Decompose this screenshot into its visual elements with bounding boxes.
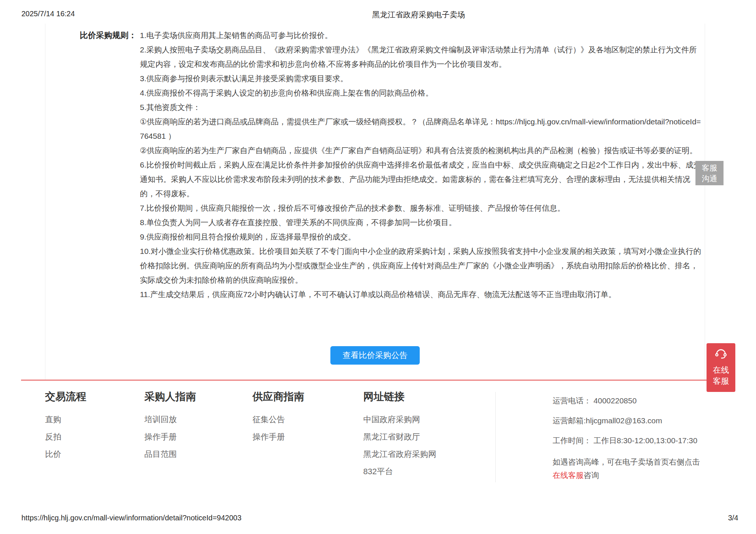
footer-link[interactable]: 直购 [45,415,86,424]
footer-link[interactable]: 反拍 [45,432,86,442]
headset-icon [714,348,728,360]
service-widget-label-line2: 客服 [707,376,735,387]
footer-link[interactable]: 832平台 [363,467,436,476]
rule-item: 11.产生成交结果后，供应商应72小时内确认订单，不可不确认订单或以商品价格错误… [140,287,703,302]
content-area: 比价采购规则： 1.电子卖场供应商用其上架销售的商品可参与比价报价。 2.采购人… [45,24,705,380]
rule-item: 7.比价报价期间，供应商只能报价一次，报价后不可修改报价产品的技术参数、服务标准… [140,201,703,215]
rules-section: 比价采购规则： 1.电子卖场供应商用其上架销售的商品可参与比价报价。 2.采购人… [45,28,705,302]
rule-item: 1.电子卖场供应商用其上架销售的商品可参与比价报价。 [140,28,703,42]
rules-label: 比价采购规则： [45,28,137,42]
footer-link[interactable]: 黑龙江省财政厅 [363,432,436,442]
footer-link[interactable]: 培训回放 [144,415,196,424]
page-title: 黑龙江省政府采购电子卖场 [372,10,465,20]
rule-item: 6.比价报价时间截止后，采购人应在满足比价条件并参加报价的供应商中选择排名价最低… [140,158,703,201]
print-source-url: https://hljcg.hlj.gov.cn/mall-view/infor… [21,514,241,522]
footer-column-title: 采购人指南 [144,390,196,403]
rule-item: 4.供应商报价不得高于采购人设定的初步意向价格和供应商上架在售的同款商品价格。 [140,86,703,100]
footer-vertical-divider [495,392,496,482]
button-row: 查看比价采购公告 [45,346,705,365]
footer-link[interactable]: 品目范围 [144,449,196,459]
online-service-widget[interactable]: 在线 客服 [707,343,735,392]
footer-link[interactable]: 征集公告 [252,415,304,424]
chat-tab-label-line2: 沟通 [695,173,724,184]
rule-item: 8.单位负责人为同一人或者存在直接控股、管理关系的不同供应商，不得参加同一比价项… [140,215,703,230]
print-datetime: 2025/7/14 16:24 [21,10,75,18]
rule-item: 9.供应商报价相同且符合报价规则的，应选择最早报价的成交。 [140,230,703,244]
print-page-number: 3/4 [728,514,738,522]
contact-email: 运营邮箱:hljcgmall02@163.com [553,416,700,426]
footer-link[interactable]: 黑龙江省政府采购网 [363,449,436,459]
chat-communication-tab[interactable]: 客服 沟通 [695,161,724,185]
footer-column-title: 交易流程 [45,390,86,403]
footer-link[interactable]: 操作手册 [144,432,196,442]
footer-divider-line [21,380,707,380]
contact-tip-text: 如遇咨询高峰，可在电子卖场首页右侧点击 [553,458,700,466]
rule-item: 10.对小微企业实行价格优惠政策。比价项目如关联了不专门面向中小企业的政府采购计… [140,244,703,287]
contact-hours: 工作时间： 工作日8:30-12:00,13:00-17:30 [553,435,700,445]
rules-list: 1.电子卖场供应商用其上架销售的商品可参与比价报价。 2.采购人按照电子卖场交易… [140,28,705,302]
rule-item: 3.供应商参与报价则表示默认满足并接受采购需求项目要求。 [140,71,703,86]
footer-link[interactable]: 中国政府采购网 [363,415,436,424]
online-service-link[interactable]: 在线客服 [553,471,584,479]
contact-tip-suffix: 咨询 [584,471,599,479]
chat-tab-label-line1: 客服 [695,162,724,173]
rule-item: 5.其他资质文件： [140,100,703,114]
service-widget-label-line1: 在线 [707,365,735,376]
footer-column-supplier-guide: 供应商指南 征集公告 操作手册 [252,390,304,449]
view-notice-button[interactable]: 查看比价采购公告 [330,346,420,365]
rule-item: 2.采购人按照电子卖场交易商品品目、《政府采购需求管理办法》《黑龙江省政府采购文… [140,42,703,71]
footer-contact: 运营电话： 4000220850 运营邮箱:hljcgmall02@163.co… [553,396,700,482]
contact-tip: 如遇咨询高峰，可在电子卖场首页右侧点击 在线客服咨询 [553,455,700,482]
footer-column-web-links: 网址链接 中国政府采购网 黑龙江省财政厅 黑龙江省政府采购网 832平台 [363,390,436,484]
footer-link[interactable]: 比价 [45,449,86,459]
footer-column-title: 供应商指南 [252,390,304,403]
footer-link[interactable]: 操作手册 [252,432,304,442]
footer-column-trade-process: 交易流程 直购 反拍 比价 [45,390,86,467]
rule-item: ①供应商响应的若为进口商品或品牌商品，需提供生产厂家或一级经销商授权。？（品牌商… [140,114,703,143]
rule-item: ②供应商响应的若为生产厂家自产自销商品，应提供《生产厂家自产自销商品证明》和具有… [140,143,703,158]
footer-column-purchaser-guide: 采购人指南 培训回放 操作手册 品目范围 [144,390,196,467]
contact-phone: 运营电话： 4000220850 [553,396,700,406]
footer-column-title: 网址链接 [363,390,436,403]
